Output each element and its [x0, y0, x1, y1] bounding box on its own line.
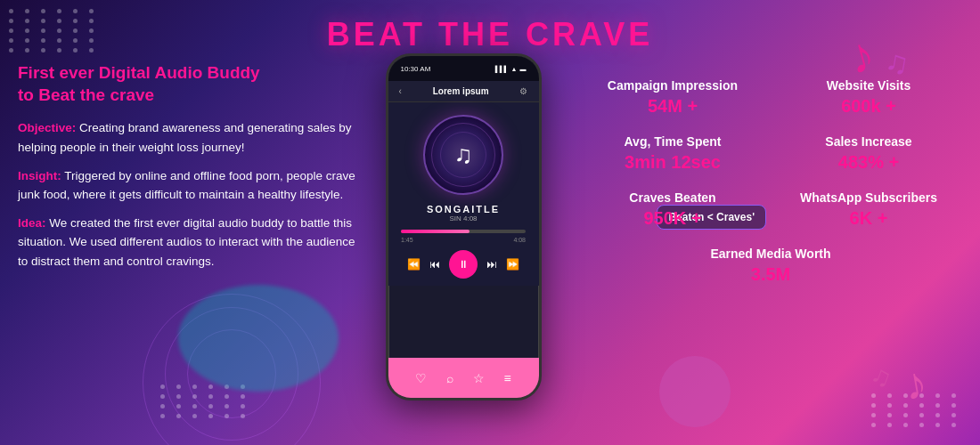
stat-avg-time-label: Avg, Time Spent	[584, 134, 762, 149]
stat-avg-time-value: 3min 12sec	[584, 152, 762, 173]
skip-back-icon[interactable]: ⏮	[429, 258, 440, 271]
song-subtitle: SIN 4:08	[427, 214, 500, 222]
stat-website-visits: Website Visits 600k +	[775, 71, 962, 124]
settings-icon[interactable]: ⚙	[519, 86, 527, 96]
phone-status-bar: 10:30 AM ▌▌▌ ▲ ▬	[388, 56, 539, 81]
phone-mockup: 10:30 AM ▌▌▌ ▲ ▬ ‹ Lorem ipsum ⚙ ♫ SONG	[386, 53, 542, 400]
idea-text: We created the first ever digital audio …	[18, 216, 355, 268]
insight-label: Insight:	[18, 169, 61, 182]
time-total: 4:08	[513, 237, 526, 243]
stat-craves-value: 950K +	[584, 208, 762, 229]
skip-forward-icon[interactable]: ⏭	[486, 258, 497, 271]
phone-status-icons: ▌▌▌ ▲ ▬	[495, 66, 527, 72]
idea-section: Idea: We created the first ever digital …	[18, 214, 356, 271]
stat-campaign-impression-value: 54M +	[584, 96, 762, 117]
stat-sales-label: Sales Increase	[780, 134, 958, 149]
page-header: BEAT THE CRAVE	[0, 0, 980, 53]
stat-sales-increase: Sales Increase 483% +	[775, 127, 962, 180]
insight-text: Triggered by online and offline food por…	[18, 169, 355, 202]
phone-container: 10:30 AM ▌▌▌ ▲ ▬ ‹ Lorem ipsum ⚙ ♫ SONG	[374, 53, 552, 400]
vinyl-disc: ♫	[423, 115, 503, 195]
signal-icon: ▌▌▌	[495, 66, 509, 72]
left-panel: First ever Digital Audio Buddyto Beat th…	[18, 62, 374, 280]
page-title: BEAT THE CRAVE	[0, 16, 980, 53]
pause-button[interactable]: ⏸	[449, 250, 478, 279]
stat-campaign-impression: Campaign Impression 54M +	[579, 71, 766, 124]
phone-music-area: ♫ SONGAITLE SIN 4:08 1:45 4:08 ⏪ ⏮	[388, 102, 539, 286]
heart-icon[interactable]: ♡	[415, 371, 427, 385]
stat-whatsapp-label: WhatsApp Subscribers	[780, 190, 958, 205]
objective-section: Objective: Creating brand awareness and …	[18, 118, 356, 157]
progress-time: 1:45 4:08	[401, 237, 526, 243]
stat-sales-value: 483% +	[780, 152, 958, 173]
tagline: First ever Digital Audio Buddyto Beat th…	[18, 62, 356, 106]
song-title: SONGAITLE	[427, 204, 500, 214]
search-icon[interactable]: ⌕	[446, 371, 453, 385]
time-elapsed: 1:45	[401, 237, 413, 243]
stat-earned-value: 3.5M	[584, 264, 958, 285]
phone-time: 10:30 AM	[401, 65, 431, 73]
playback-controls: ⏪ ⏮ ⏸ ⏭ ⏩	[407, 250, 519, 279]
stats-panel: Campaign Impression 54M + Website Visits…	[552, 62, 962, 292]
song-info: SONGAITLE SIN 4:08	[427, 204, 500, 222]
stat-whatsapp-subscribers: WhatsApp Subscribers 6K +	[775, 183, 962, 236]
idea-label: Idea:	[18, 216, 46, 230]
back-arrow-icon[interactable]: ‹	[399, 86, 402, 96]
stat-earned-media: Earned Media Worth 3.5M	[579, 239, 962, 292]
stat-whatsapp-value: 6K +	[780, 208, 958, 229]
fast-forward-icon[interactable]: ⏩	[506, 258, 519, 271]
progress-fill	[401, 230, 470, 233]
stat-craves-label: Craves Beaten	[584, 190, 762, 205]
stat-earned-label: Earned Media Worth	[584, 247, 958, 261]
star-icon[interactable]: ☆	[473, 371, 485, 385]
phone-bottom-bar: ♡ ⌕ ☆ ≡	[388, 358, 539, 398]
objective-label: Objective:	[18, 121, 76, 134]
wifi-icon: ▲	[511, 66, 518, 72]
nav-title: Lorem ipsum	[433, 86, 489, 96]
menu-icon[interactable]: ≡	[503, 371, 510, 385]
main-content: First ever Digital Audio Buddyto Beat th…	[0, 53, 980, 445]
rewind-icon[interactable]: ⏪	[407, 258, 421, 271]
stat-website-visits-value: 600k +	[780, 96, 958, 117]
insight-section: Insight: Triggered by online and offline…	[18, 166, 356, 205]
phone-nav: ‹ Lorem ipsum ⚙	[388, 81, 539, 102]
stat-website-visits-label: Website Visits	[780, 78, 958, 93]
battery-icon: ▬	[520, 66, 527, 72]
stat-campaign-impression-label: Campaign Impression	[584, 78, 762, 93]
stat-craves-beaten: Craves Beaten 950K +	[579, 183, 766, 236]
progress-bar[interactable]	[401, 230, 526, 233]
pause-icon: ⏸	[458, 258, 469, 271]
stat-avg-time-spent: Avg, Time Spent 3min 12sec	[579, 127, 766, 180]
disc-music-icon: ♫	[454, 141, 473, 169]
